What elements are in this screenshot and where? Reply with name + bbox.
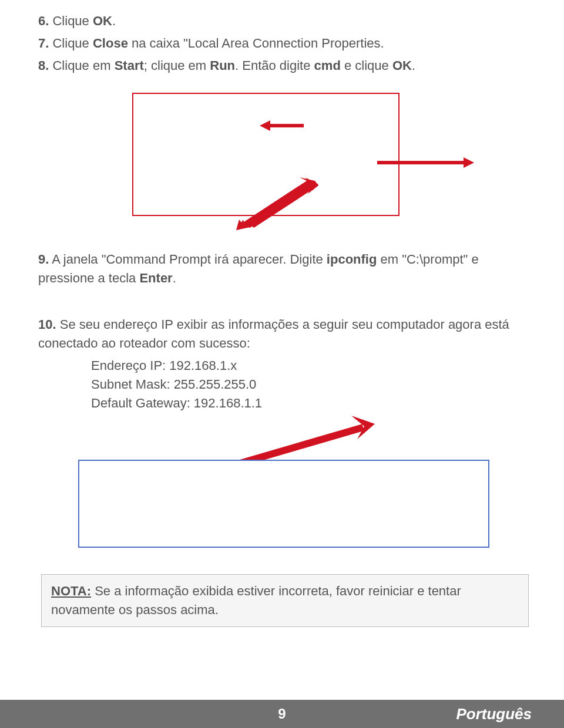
step-6: 6. Clique OK. [38, 12, 532, 31]
step-8-d: Run [210, 58, 235, 73]
step-8-h: OK [392, 58, 412, 73]
step-9-e: . [173, 271, 176, 285]
arrow-left-icon [260, 119, 304, 132]
step-10-mask: Subnet Mask: 255.255.255.0 [38, 375, 532, 394]
step-6-a: Clique [49, 14, 93, 28]
step-8-i: . [412, 58, 415, 73]
step-8-e: . Então digite [235, 58, 314, 73]
diagram-cmd-wrap [78, 422, 532, 554]
diagram-run-box [132, 93, 400, 216]
svg-marker-1 [377, 157, 474, 168]
step-7-c: na caixa "Local Area Connection Properti… [128, 36, 384, 50]
svg-marker-0 [260, 120, 304, 131]
svg-line-4 [248, 184, 314, 225]
step-9-a: A janela "Command Prompt irá aparecer. D… [49, 252, 326, 267]
diagram-cmd-box [78, 460, 489, 548]
page-number: 9 [278, 706, 286, 722]
note-box: NOTA: Se a informação exibida estiver in… [41, 574, 529, 627]
footer-bar: 9 Português [0, 700, 564, 728]
big-arrow-icon [236, 177, 318, 232]
step-8-c: ; clique em [144, 58, 210, 73]
step-8-num: 8. [38, 58, 49, 73]
step-7-num: 7. [38, 36, 49, 50]
step-10-ip: Endereço IP: 192.168.1.x [38, 356, 532, 375]
arrow-right-icon [377, 156, 474, 171]
step-10-num: 10. [38, 317, 56, 332]
step-9: 9. A janela "Command Prompt irá aparecer… [38, 250, 532, 288]
language-label: Português [456, 705, 532, 723]
step-8-g: e clique [341, 58, 392, 73]
step-10-a: Se seu endereço IP exibir as informações… [38, 317, 509, 350]
step-8-b: Start [115, 58, 144, 73]
step-6-num: 6. [38, 14, 49, 28]
note-label: NOTA: [51, 584, 91, 598]
step-7-a: Clique [49, 36, 93, 50]
step-8-f: cmd [314, 58, 341, 73]
step-9-b: ipconfig [327, 252, 377, 267]
step-9-d: Enter [139, 271, 172, 285]
step-7: 7. Clique Close na caixa "Local Area Con… [38, 34, 532, 53]
step-8: 8. Clique em Start; clique em Run. Então… [38, 56, 532, 75]
step-6-b: OK [93, 14, 112, 28]
step-10: 10. Se seu endereço IP exibir as informa… [38, 315, 532, 353]
step-10-gw: Default Gateway: 192.168.1.1 [38, 394, 532, 413]
step-6-c: . [112, 14, 116, 28]
step-7-b: Close [93, 36, 128, 50]
step-9-num: 9. [38, 252, 49, 267]
note-text: Se a informação exibida estiver incorret… [51, 584, 461, 617]
step-8-a: Clique em [49, 58, 114, 73]
